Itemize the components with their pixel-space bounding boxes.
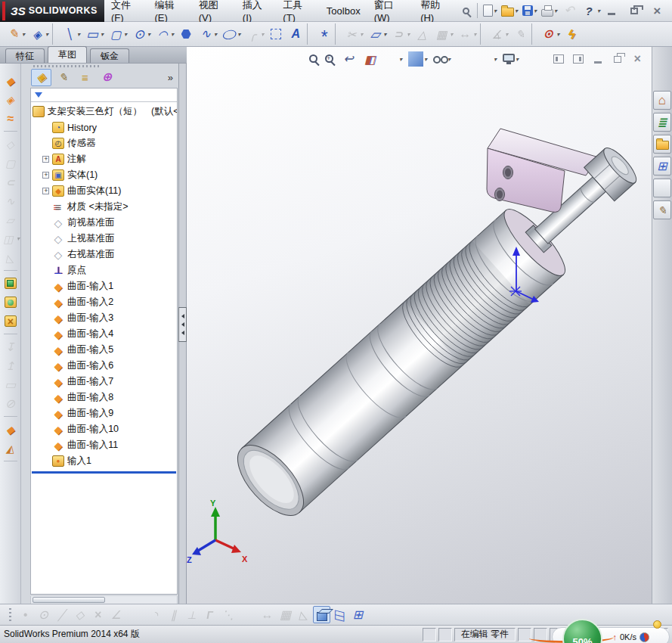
sketch-tool-button[interactable]: ▾ [487, 23, 510, 45]
surface-tool-button[interactable]: ▾ [1, 420, 20, 439]
snap-button[interactable] [295, 606, 312, 623]
sketch-tool-button[interactable]: ▾ [365, 23, 389, 45]
surface-tool-button[interactable]: ▾ [1, 312, 20, 331]
tree-item[interactable]: 材质 <未指定> [31, 199, 177, 215]
sketch-tool-button[interactable]: ▾ [106, 23, 129, 45]
standard-tool-button[interactable]: ▾ [579, 1, 602, 20]
command-tab[interactable]: 特征 [5, 48, 45, 63]
filter-input[interactable] [46, 90, 177, 101]
surface-tool-button[interactable]: ▾ [4, 270, 17, 271]
tree-item[interactable]: 曲面-输入10 [31, 421, 177, 437]
menu-item[interactable]: 视图(V) [192, 0, 236, 21]
model-3d[interactable]: Y X Z [187, 47, 652, 604]
panel-drag-handle[interactable] [33, 65, 101, 67]
tree-item[interactable]: 曲面-输入11 [31, 437, 177, 453]
task-pane-button[interactable] [653, 91, 671, 110]
snap-button[interactable] [35, 606, 52, 623]
expand-toggle-icon[interactable] [42, 156, 49, 163]
chevron-down-icon[interactable]: ▾ [101, 31, 104, 38]
snap-button[interactable] [313, 606, 330, 623]
tree-item[interactable]: 曲面-输入7 [31, 374, 177, 390]
sketch-tool-button[interactable]: ▾ [531, 23, 537, 45]
editing-mode[interactable]: 在编辑 零件 [454, 628, 516, 641]
document-control-button[interactable] [571, 53, 585, 65]
sketch-tool-button[interactable]: ▾ [342, 23, 365, 45]
sketch-tool-button[interactable]: ▾ [27, 23, 51, 45]
standard-tool-button[interactable]: ▾ [539, 1, 559, 20]
chevron-down-icon[interactable]: ▾ [554, 8, 557, 14]
tree-item[interactable]: 实体(1) [31, 167, 177, 183]
tree-item[interactable]: 上视基准面 [31, 231, 177, 247]
view-tool-button[interactable]: ▾ [324, 50, 336, 68]
surface-tool-button[interactable]: ▾ [1, 375, 20, 394]
tree-item[interactable]: 曲面-输入5 [31, 342, 177, 358]
sketch-tool-button[interactable]: ▾ [82, 23, 106, 45]
surface-tool-button[interactable]: ▾ [1, 154, 20, 172]
chevron-down-icon[interactable]: ▾ [494, 8, 497, 14]
chevron-down-icon[interactable]: ▾ [516, 56, 519, 63]
surface-tool-button[interactable]: ▾ [4, 461, 17, 461]
snap-button[interactable] [107, 606, 125, 623]
chevron-down-icon[interactable]: ▾ [473, 31, 476, 38]
tree-root-item[interactable]: 支架安装三色灯（短） (默认<< [31, 104, 177, 120]
tree-item[interactable]: 注解 [31, 151, 177, 167]
snap-button[interactable] [53, 606, 70, 623]
sketch-tool-button[interactable]: ▾ [286, 23, 305, 45]
sketch-tool-button[interactable]: ▾ [314, 23, 333, 45]
snap-button[interactable] [89, 606, 107, 623]
sketch-tool-button[interactable]: ▾ [562, 23, 581, 45]
standard-tool-button[interactable]: ▾ [499, 1, 520, 20]
window-button[interactable] [625, 4, 643, 17]
surface-tool-button[interactable]: ▾ [4, 334, 17, 334]
standard-tool-button[interactable]: ▾ [520, 1, 539, 20]
tree-item[interactable]: 曲面-输入3 [31, 310, 177, 326]
surface-tool-button[interactable]: ▾ [4, 416, 17, 417]
surface-tool-button[interactable]: ▾ [1, 356, 20, 375]
search-icon[interactable] [463, 8, 469, 14]
chevron-down-icon[interactable]: ▾ [124, 31, 127, 38]
sketch-tool-button[interactable]: ▾ [538, 23, 562, 45]
chevron-down-icon[interactable]: ▾ [17, 235, 20, 242]
task-pane-button[interactable] [653, 200, 671, 219]
snap-button[interactable] [259, 606, 276, 623]
tree-item[interactable]: 曲面-输入8 [31, 390, 177, 405]
task-pane-button[interactable] [653, 157, 671, 176]
sketch-tool-button[interactable]: ▾ [219, 23, 243, 45]
panel-collapse-handle[interactable] [178, 307, 187, 342]
tree-toolbar-button[interactable] [119, 69, 139, 86]
sketch-tool-button[interactable]: ▾ [243, 23, 266, 45]
chevron-down-icon[interactable]: ▾ [22, 31, 25, 38]
widget-badge-icon[interactable] [653, 620, 661, 629]
view-tool-button[interactable]: ▾ [455, 50, 473, 68]
lamp-body[interactable] [226, 152, 628, 527]
surface-tool-button[interactable]: ▾ [1, 135, 20, 154]
chevron-down-icon[interactable]: ▾ [147, 31, 150, 38]
surface-tool-button[interactable]: ▾ [1, 172, 20, 191]
sketch-tool-button[interactable]: ▾ [389, 23, 412, 45]
sketch-tool-button[interactable]: ▾ [4, 23, 27, 45]
snap-button[interactable] [201, 606, 218, 623]
menu-item[interactable]: 插入(I) [236, 0, 276, 21]
chevron-down-icon[interactable]: ▾ [237, 31, 240, 38]
sketch-tool-button[interactable]: ▾ [59, 23, 82, 45]
sketch-tool-button[interactable]: ▾ [176, 23, 196, 45]
sketch-tool-button[interactable]: ▾ [196, 23, 219, 45]
surface-tool-button[interactable]: ▾ [1, 337, 20, 356]
snap-button[interactable] [17, 606, 34, 623]
window-button[interactable] [648, 4, 666, 17]
command-tab[interactable]: 钣金 [90, 48, 129, 63]
snap-button[interactable] [277, 606, 294, 623]
tree-item[interactable]: 曲面-输入9 [31, 405, 177, 421]
view-tool-button[interactable]: ▾ [432, 50, 452, 68]
sketch-tool-button[interactable]: ▾ [480, 23, 485, 45]
surface-tool-button[interactable]: ▾ [1, 274, 20, 293]
view-tool-button[interactable]: ▾ [382, 50, 404, 68]
chevron-down-icon[interactable]: ▾ [399, 56, 402, 63]
expand-toggle-icon[interactable] [42, 188, 49, 194]
tree-item[interactable]: 曲面-输入1 [31, 278, 177, 294]
surface-tool-button[interactable]: ▾ [1, 229, 20, 248]
surface-tool-button[interactable]: ▾ [1, 90, 20, 109]
snap-button[interactable] [183, 606, 200, 623]
toolbar-drag-handle[interactable] [9, 608, 11, 622]
tree-item[interactable]: 前视基准面 [31, 215, 177, 231]
